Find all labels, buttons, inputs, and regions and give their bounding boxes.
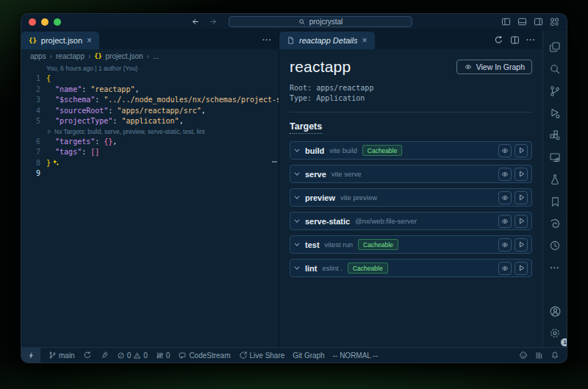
json-file-icon: {} — [29, 37, 37, 44]
code-line-text: "sourceRoot": "apps/reactapp/src", — [40, 106, 206, 117]
refresh-icon[interactable] — [494, 35, 503, 45]
todo-tally-status[interactable]: 0 — [156, 351, 171, 360]
toggle-panel-icon[interactable] — [517, 17, 527, 26]
gitlens-swirl-icon[interactable] — [543, 213, 567, 235]
code-line-9: 9 — [21, 168, 279, 179]
vim-mode-status[interactable]: -- NORMAL -- — [333, 351, 378, 360]
target-row-serve[interactable]: servevite serve — [290, 165, 532, 183]
tab-label: project.json — [41, 36, 82, 45]
search-icon[interactable] — [543, 58, 567, 80]
run-target-button[interactable] — [514, 144, 528, 157]
pending-tasks-icon[interactable] — [535, 351, 543, 360]
customize-layout-icon[interactable] — [550, 17, 559, 26]
project-meta: Root: apps/reactapp Type: Application — [290, 83, 532, 113]
target-row-build[interactable]: buildvite buildCacheable — [290, 141, 532, 160]
view-target-button[interactable] — [498, 168, 512, 181]
target-actions — [498, 191, 528, 204]
chevron-down-icon[interactable] — [295, 147, 300, 152]
breadcrumb-item[interactable]: apps — [30, 52, 46, 60]
code-line-text: "name": "reactapp", — [40, 85, 139, 96]
code-token — [46, 148, 55, 156]
breadcrumb-separator-icon: › — [147, 52, 149, 60]
sync-status-icon[interactable] — [83, 351, 92, 360]
codestream-status[interactable]: CodeStream — [178, 351, 230, 360]
git-branch-status[interactable]: main — [49, 351, 75, 360]
chevron-down-icon[interactable] — [295, 218, 300, 223]
chevron-down-icon[interactable] — [295, 265, 300, 270]
code-line-text: "projectType": "application", — [40, 116, 184, 127]
code-token — [46, 138, 55, 146]
zoom-window-button[interactable] — [54, 18, 61, 26]
problems-status[interactable]: 0 0 — [117, 351, 148, 360]
run-target-button[interactable] — [514, 168, 528, 181]
source-control-icon[interactable] — [543, 80, 567, 102]
minimize-window-button[interactable] — [41, 18, 49, 26]
settings-gear-icon[interactable]: 1 — [543, 322, 567, 344]
code-line-text: "$schema": "../../node_modules/nx/schema… — [40, 95, 279, 106]
view-target-button[interactable] — [498, 191, 512, 204]
close-tab-icon[interactable]: × — [362, 36, 368, 45]
split-editor-icon[interactable] — [510, 35, 520, 45]
tab-project-json[interactable]: {} project.json × — [21, 32, 99, 49]
sparkle-suggestion-icon[interactable] — [52, 159, 60, 166]
code-line-text — [40, 168, 46, 179]
run-target-button[interactable] — [514, 238, 528, 251]
bookmarks-icon[interactable] — [543, 190, 567, 213]
chevron-down-icon[interactable] — [295, 241, 300, 246]
additional-views-icon[interactable]: ··· — [543, 257, 567, 279]
run-target-button[interactable] — [514, 262, 528, 275]
code-editor[interactable]: You, 6 hours ago | 1 author (You)1{2 "na… — [21, 63, 279, 347]
code-token: "sourceRoot" — [55, 107, 108, 115]
type-label: Type: — [290, 94, 312, 102]
view-target-button[interactable] — [498, 262, 512, 275]
codelens-nx[interactable]: Nx Targets: build, serve, preview, serve… — [21, 127, 279, 137]
target-row-serve-static[interactable]: serve-static@nx/web:file-server — [290, 212, 532, 230]
navigate-forward-icon[interactable] — [209, 18, 218, 26]
command-center-search[interactable]: projcrystal — [229, 16, 412, 27]
breadcrumb-item[interactable]: reactapp — [56, 52, 85, 60]
code-lines: You, 6 hours ago | 1 author (You)1{2 "na… — [21, 64, 279, 179]
view-target-button[interactable] — [498, 144, 512, 157]
close-window-button[interactable] — [29, 18, 36, 26]
code-token: , — [201, 107, 206, 115]
git-graph-status[interactable]: Git Graph — [293, 351, 324, 360]
chevron-down-icon[interactable] — [295, 171, 300, 176]
account-icon[interactable] — [543, 300, 567, 322]
chevron-down-icon[interactable] — [295, 194, 300, 199]
navigate-back-icon[interactable] — [190, 18, 200, 26]
run-target-button[interactable] — [514, 191, 528, 204]
feedback-smiley-icon[interactable] — [519, 351, 528, 360]
code-line-4: 4 "sourceRoot": "apps/reactapp/src", — [21, 106, 279, 117]
toggle-sidebar-left-icon[interactable] — [501, 17, 511, 26]
view-in-graph-button[interactable]: View In Graph — [456, 60, 532, 74]
breadcrumb-item[interactable]: ... — [153, 52, 159, 60]
view-target-button[interactable] — [498, 238, 512, 251]
code-token: { — [46, 74, 51, 82]
run-target-button[interactable] — [514, 215, 528, 228]
view-target-button[interactable] — [498, 215, 512, 228]
remote-indicator[interactable] — [21, 348, 40, 363]
notifications-bell-icon[interactable] — [551, 351, 559, 360]
close-tab-icon[interactable]: × — [87, 36, 92, 45]
timeline-clock-icon[interactable] — [543, 235, 567, 257]
more-actions-icon[interactable]: ··· — [262, 36, 272, 44]
live-share-status[interactable]: Live Share — [239, 351, 285, 360]
breadcrumb-separator-icon: › — [88, 52, 90, 60]
code-line-5: 5 "projectType": "application", — [21, 116, 279, 127]
code-line-text: "tags": [] — [40, 147, 99, 158]
tab-reactapp-details[interactable]: reactapp Details × — [279, 32, 375, 49]
breadcrumb-item[interactable]: project.json — [106, 52, 143, 60]
explorer-icon[interactable] — [543, 36, 567, 58]
toggle-sidebar-right-icon[interactable] — [534, 17, 543, 26]
target-row-lint[interactable]: linteslint .Cacheable — [290, 259, 532, 277]
remote-explorer-icon[interactable] — [543, 146, 567, 168]
launch-rocket-icon[interactable] — [100, 351, 109, 360]
extensions-icon[interactable] — [543, 124, 567, 146]
targets-heading: Targets — [290, 121, 322, 134]
more-actions-icon[interactable]: ··· — [526, 36, 536, 44]
target-row-test[interactable]: testvitest runCacheable — [290, 235, 532, 254]
codelens-top[interactable]: You, 6 hours ago | 1 author (You) — [21, 64, 279, 74]
run-debug-icon[interactable] — [543, 102, 567, 124]
testing-icon[interactable] — [543, 168, 567, 190]
target-row-preview[interactable]: previewvite preview — [290, 188, 532, 207]
